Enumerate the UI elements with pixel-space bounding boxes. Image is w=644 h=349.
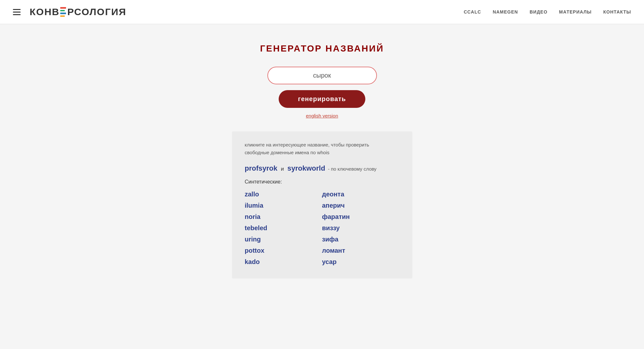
english-version-link[interactable]: english version <box>306 113 338 118</box>
main-nav: CCALC NAMEGEN ВИДЕО МАТЕРИАЛЫ КОНТАКТЫ <box>464 9 631 14</box>
logo: КОНВ РСОЛОГИЯ <box>30 6 126 17</box>
name-right-3[interactable]: виззу <box>322 224 399 232</box>
hint-line2: свободные доменные имена по whois <box>245 150 330 155</box>
nav-video[interactable]: ВИДЕО <box>530 9 547 14</box>
name-right-4[interactable]: зифа <box>322 236 399 243</box>
name-right-2[interactable]: фаратин <box>322 213 399 221</box>
nav-contacts[interactable]: КОНТАКТЫ <box>603 9 631 14</box>
name-left-0[interactable]: zallo <box>245 191 322 198</box>
nav-ccalc[interactable]: CCALC <box>464 9 481 14</box>
keyword-name-2[interactable]: syrokworld <box>287 164 325 172</box>
keyword-desc: - по ключевому слову <box>328 166 377 172</box>
names-grid: zallo деонта ilumia аперич noria фаратин… <box>245 191 399 266</box>
results-hint: кликните на интересующее название, чтобы… <box>245 141 399 156</box>
name-left-6[interactable]: kado <box>245 258 322 266</box>
site-header: КОНВ РСОЛОГИЯ CCALC NAMEGEN ВИДЕО МАТЕРИ… <box>0 0 644 24</box>
results-area: кликните на интересующее название, чтобы… <box>232 131 412 278</box>
logo-part1: КОНВ <box>30 6 60 17</box>
logo-part2: РСОЛОГИЯ <box>67 6 126 17</box>
name-left-2[interactable]: noria <box>245 213 322 221</box>
nav-materials[interactable]: МАТЕРИАЛЫ <box>559 9 591 14</box>
page-title: ГЕНЕРАТОР НАЗВАНИЙ <box>260 43 384 54</box>
keyword-results: profsyrok и syrokworld - по ключевому сл… <box>245 164 399 173</box>
keyword-input[interactable] <box>267 67 377 84</box>
name-left-3[interactable]: tebeled <box>245 224 322 232</box>
name-left-4[interactable]: uring <box>245 236 322 243</box>
hint-line1: кликните на интересующее название, чтобы… <box>245 142 369 147</box>
main-content: ГЕНЕРАТОР НАЗВАНИЙ генерировать english … <box>0 24 644 278</box>
generate-button[interactable]: генерировать <box>279 90 365 108</box>
hamburger-menu-icon[interactable] <box>13 9 21 15</box>
name-right-1[interactable]: аперич <box>322 202 399 209</box>
name-right-6[interactable]: усар <box>322 258 399 266</box>
keyword-name-1[interactable]: profsyrok <box>245 164 277 172</box>
logo-colored-e-icon <box>60 7 67 17</box>
synthetic-label: Синтетические: <box>245 179 399 185</box>
keyword-connector: и <box>281 166 284 172</box>
name-right-5[interactable]: ломант <box>322 247 399 254</box>
name-left-1[interactable]: ilumia <box>245 202 322 209</box>
nav-namegen[interactable]: NAMEGEN <box>493 9 518 14</box>
name-right-0[interactable]: деонта <box>322 191 399 198</box>
name-left-5[interactable]: pottox <box>245 247 322 254</box>
